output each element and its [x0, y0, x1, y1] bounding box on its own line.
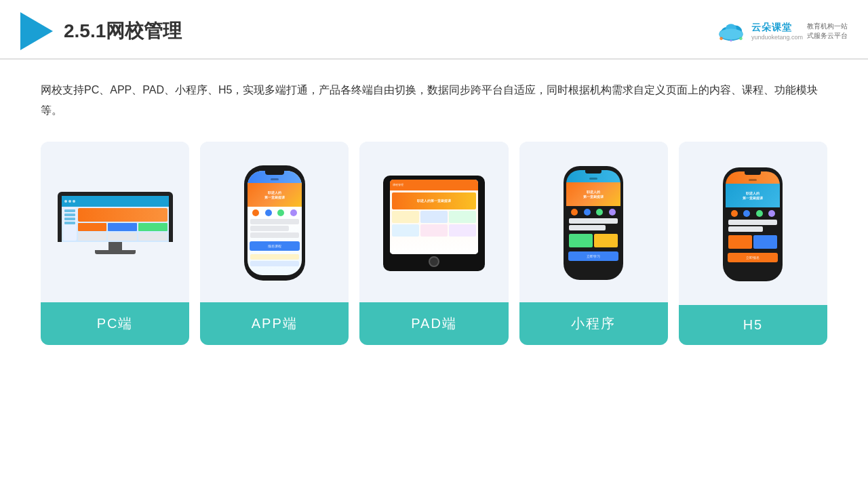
miniapp-icons [566, 206, 620, 217]
device-cards: PC端 职进人的第一堂刷提课 [41, 142, 827, 345]
h5-banner: 职进人的第一堂刷提课 [726, 184, 780, 207]
header-left: 2.5.1网校管理 [20, 12, 182, 50]
pc-preview [41, 142, 189, 302]
h5-icons [726, 207, 780, 218]
h5-list [726, 218, 780, 233]
logo-name: 云朵课堂 [751, 22, 792, 34]
h5-screen: 职进人的第一堂刷提课 [726, 171, 780, 277]
phone-screen: 职进人的第一堂刷提课 [248, 171, 302, 275]
pad-label: PAD端 [359, 302, 508, 345]
logo-url: yunduoketang.com [751, 34, 803, 41]
miniapp-list [566, 217, 620, 232]
pad-card: 课程管理 职进人的第一堂刷提课 [359, 142, 508, 345]
pad-screen: 课程管理 职进人的第一堂刷提课 [390, 180, 478, 254]
miniapp-card-2 [594, 234, 618, 247]
h5-preview: 职进人的第一堂刷提课 [679, 142, 827, 305]
miniapp-cta: 立即学习 [568, 251, 618, 261]
miniapp-preview: 职进人的第一堂刷提课 [519, 142, 668, 302]
miniapp-card-1 [569, 234, 593, 247]
pc-cards [78, 223, 167, 231]
play-icon [20, 12, 53, 50]
pc-screen-frame [58, 192, 173, 242]
miniapp-mockup: 职进人的第一堂刷提课 [564, 166, 623, 280]
pc-label: PC端 [41, 302, 189, 345]
pc-screen [62, 196, 169, 242]
h5-cta: 立即报名 [728, 253, 778, 262]
description-text: 网校支持PC、APP、PAD、小程序、H5，实现多端打通，产品各终端自由切换，数… [41, 80, 827, 121]
h5-card-1 [728, 235, 752, 249]
pad-content: 课程管理 职进人的第一堂刷提课 [390, 180, 478, 254]
pad-body: 职进人的第一堂刷提课 [390, 190, 478, 254]
pad-preview: 课程管理 职进人的第一堂刷提课 [359, 142, 508, 302]
miniapp-screen: 职进人的第一堂刷提课 [566, 170, 620, 276]
logo-tagline: 教育机构一站 式服务云平台 [807, 22, 848, 41]
h5-label: H5 [679, 305, 827, 345]
h5-content: 职进人的第一堂刷提课 [726, 171, 780, 264]
miniapp-banner: 职进人的第一堂刷提课 [566, 182, 620, 206]
header: 2.5.1网校管理 云朵课堂 yunduoketang.com 教育机构一站 式… [0, 0, 868, 60]
h5-notch [745, 171, 761, 175]
app-preview: 职进人的第一堂刷提课 [200, 142, 349, 302]
miniapp-label: 小程序 [519, 302, 668, 345]
pad-banner: 职进人的第一堂刷提课 [392, 192, 476, 209]
pad-cards [392, 211, 476, 223]
pc-dot-1 [64, 200, 67, 203]
pc-dot-3 [73, 200, 75, 203]
phone-banner: 职进人的第一堂刷提课 [248, 183, 302, 207]
h5-card-2 [753, 235, 777, 249]
app-label: APP端 [200, 302, 349, 345]
header-right: 云朵课堂 yunduoketang.com 教育机构一站 式服务云平台 [715, 19, 848, 43]
phone-icons [248, 207, 302, 218]
miniapp-card: 职进人的第一堂刷提课 [519, 142, 668, 345]
pc-mockup [58, 192, 173, 254]
pc-base [95, 250, 136, 254]
miniapp-notch [585, 170, 601, 174]
h5-card: 职进人的第一堂刷提课 [679, 142, 827, 345]
pc-body [62, 207, 169, 242]
pc-main [78, 208, 167, 241]
pc-banner [78, 208, 167, 222]
pc-dot-2 [68, 200, 71, 203]
svg-point-5 [719, 37, 723, 40]
pad-home-button [429, 256, 439, 267]
phone-cta: 报名课程 [250, 241, 300, 251]
svg-point-6 [739, 37, 743, 40]
miniapp-content: 职进人的第一堂刷提课 [566, 170, 620, 263]
pad-header: 课程管理 [390, 180, 478, 190]
page-title: 2.5.1网校管理 [64, 18, 182, 44]
svg-point-7 [730, 39, 732, 41]
phone-content: 职进人的第一堂刷提课 [248, 171, 302, 268]
phone-list [248, 218, 302, 239]
phone-notch [265, 171, 284, 175]
pc-screen-header [62, 196, 169, 207]
phone-mockup: 职进人的第一堂刷提课 [244, 165, 305, 281]
pad-mockup: 课程管理 职进人的第一堂刷提课 [383, 176, 485, 271]
pc-sidebar [63, 208, 77, 241]
pc-card: PC端 [41, 142, 189, 345]
app-card: 职进人的第一堂刷提课 [200, 142, 349, 345]
main-content: 网校支持PC、APP、PAD、小程序、H5，实现多端打通，产品各终端自由切换，数… [0, 60, 868, 359]
logo-text: 云朵课堂 yunduoketang.com [751, 22, 803, 41]
brand-logo: 云朵课堂 yunduoketang.com 教育机构一站 式服务云平台 [715, 19, 848, 43]
h5-mockup: 职进人的第一堂刷提课 [723, 167, 783, 281]
cloud-icon [715, 19, 747, 43]
pc-stand [108, 242, 122, 250]
